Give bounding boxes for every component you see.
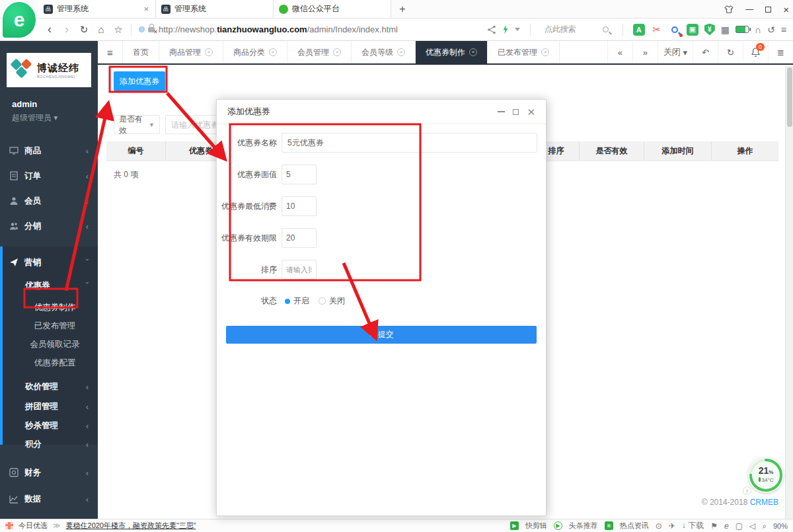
search-extension-icon[interactable] [669,24,681,36]
address-bar[interactable]: http://newshop.tianzhuowangluo.com/admin… [159,24,398,34]
sidebar-item-coupon-records[interactable]: 会员领取记录 [0,334,98,354]
search-box[interactable]: 点此搜索 [541,24,613,35]
bookmark-star-icon[interactable]: ☆ [110,24,127,36]
valid-filter-select[interactable]: 是否有效▼ [114,115,160,134]
flag-icon[interactable]: ⚑ [710,521,718,531]
news-headline[interactable]: 要稳住2020年楼市，融资政策先要“三思” [66,521,196,531]
submit-button[interactable]: ✓ 提交 [226,326,537,344]
zoom-level[interactable]: 90% [773,522,788,530]
sidebar-item-marketing[interactable]: 营销ˇ [0,252,98,272]
coupon-value-input[interactable] [282,165,317,184]
sidebar-item-coupon-published[interactable]: 已发布管理 [0,316,98,336]
layout-icon[interactable]: ≣ [768,41,793,63]
skin-icon[interactable] [724,5,734,13]
sidebar-item-miniapp[interactable]: 小程序‹ [0,514,98,519]
toutiao-icon[interactable]: ▶ [554,521,562,530]
money-shield-icon[interactable]: ¥ [704,24,715,36]
user-role[interactable]: 超级管理员 ▾ [12,112,57,124]
sidebar-item-groupbuy[interactable]: 拼团管理‹ [0,397,98,416]
back-icon[interactable]: ↶ [693,41,718,63]
coupon-name-input[interactable] [282,133,537,153]
modal-minimize-icon[interactable] [498,111,505,112]
sidebar-item-data[interactable]: 数据‹ [0,489,98,509]
quick-clip-icon[interactable]: ▶ [510,521,519,530]
browser-e-icon[interactable]: e [724,521,729,531]
tab-home[interactable]: 首页 [123,41,159,63]
share-icon[interactable] [487,25,496,34]
refresh-icon[interactable]: ↻ [75,24,93,36]
browser-tab-3[interactable]: 微信公众平台 [274,0,391,18]
tab-close-icon[interactable]: × [469,48,477,56]
browser-tab-1[interactable]: 品 管理系统 × [38,0,156,18]
sidebar-item-seckill[interactable]: 秒杀管理‹ [0,416,98,436]
modal-maximize-icon[interactable] [513,109,519,115]
tab-member-manage[interactable]: 会员管理× [287,41,352,63]
tab-goods-manage[interactable]: 商品管理× [159,41,223,63]
restore-icon[interactable] [765,7,771,13]
sidebar-item-points[interactable]: 积分‹ [0,434,98,454]
search-icon[interactable] [603,26,609,32]
tab-close-icon[interactable]: × [205,48,213,56]
rocket-icon[interactable]: ✈ [669,521,675,531]
zoom-search-icon[interactable]: ⌕ [762,521,767,531]
tab-published-manage[interactable]: 已发布管理× [488,41,560,63]
battery-icon[interactable] [736,26,749,33]
status-on-radio[interactable] [285,299,290,304]
refresh-icon[interactable]: ↻ [718,41,743,63]
scrollbar-thumb[interactable] [787,67,792,127]
home-icon[interactable]: ⌂ [93,24,110,35]
scissors-icon[interactable]: ✂ [651,24,663,36]
tab-close-icon[interactable]: × [333,48,341,56]
promo-label[interactable]: 今日优选 [19,521,48,531]
tab-close-icon[interactable]: × [269,48,277,56]
sidebar-item-coupon[interactable]: 优惠券ˇ [0,276,98,295]
collapse-menu-icon[interactable]: ≡ [98,41,123,63]
sidebar-item-coupon-config[interactable]: 优惠券配置 [0,353,98,373]
sidebar-item-finance[interactable]: 财务‹ [0,463,98,482]
add-coupon-button[interactable]: 添加优惠券 [114,71,165,91]
bell-icon[interactable]: 0 [743,41,768,63]
browser-menu-icon[interactable]: ≡ [781,24,786,35]
forward-icon[interactable]: › [58,22,75,36]
tab-close-icon[interactable]: × [541,48,549,56]
tab-member-level[interactable]: 会员等级× [352,41,416,63]
tab-goods-category[interactable]: 商品分类× [223,41,287,63]
close-tabs-dropdown[interactable]: 关闭 ▾ [658,41,693,63]
sort-input[interactable] [282,260,317,280]
coupon-expire-input[interactable] [282,228,317,248]
new-tab-button[interactable]: + [391,0,414,18]
sidebar-item-orders[interactable]: 订单‹ [0,166,98,186]
window-icon[interactable]: ▢ [736,521,743,531]
apps-grid-icon[interactable]: ▦ [721,24,730,35]
coupon-min-input[interactable] [282,196,317,216]
history-icon[interactable]: ⊙ [656,521,662,531]
undo-icon[interactable]: ↺ [767,24,775,35]
sidebar-item-distribution[interactable]: 分销‹ [0,216,98,236]
gamepad-icon[interactable]: ▣ [687,24,699,36]
headphones-icon[interactable]: ∩ [755,24,761,35]
download-icon[interactable]: ↓ 下载 [682,520,704,531]
browser-tab-2[interactable]: 品 管理系统 [156,0,274,18]
boost-arrow-icon[interactable]: ↑ [743,486,751,495]
modal-close-icon[interactable]: ✕ [527,107,535,117]
hotspot-icon[interactable]: ≋ [605,521,613,530]
close-icon[interactable]: × [783,4,789,15]
scroll-tabs-right-icon[interactable]: » [632,41,658,63]
status-off-radio[interactable] [319,297,326,305]
tab-close-icon[interactable]: × [142,4,150,14]
accelerator-icon[interactable] [502,25,509,34]
crmeb-link[interactable]: CRMEB [750,498,778,507]
tab-close-icon[interactable]: × [397,48,405,56]
sidebar-item-goods[interactable]: 商品‹ [0,141,98,161]
sidebar-item-bargain[interactable]: 砍价管理‹ [0,377,98,397]
scroll-tabs-left-icon[interactable]: « [607,41,632,63]
back-icon[interactable]: ‹ [41,22,58,36]
translate-icon[interactable]: A [633,24,645,36]
tab-coupon-make[interactable]: 优惠券制作× [416,41,488,63]
scrollbar[interactable] [785,66,793,519]
minimize-icon[interactable]: — [745,5,753,14]
site-info-icon[interactable] [139,26,145,32]
sidebar-item-members[interactable]: 会员‹ [0,191,98,211]
speedup-ball-widget[interactable]: 21% 34°C ↑ [748,457,784,493]
chevron-down-icon[interactable] [515,28,520,31]
